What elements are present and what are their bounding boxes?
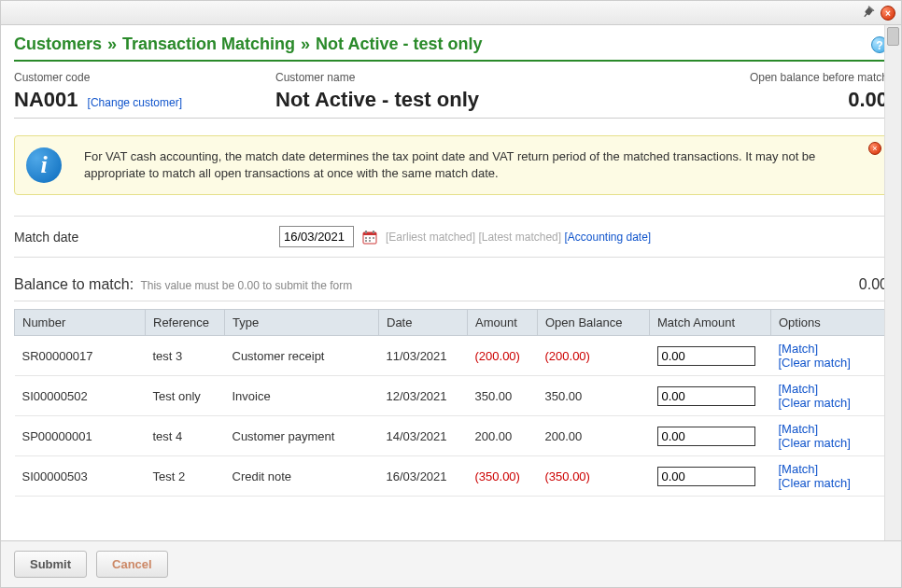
cell-reference: test 3 (146, 336, 225, 376)
clear-match-link[interactable]: [Clear match] (779, 396, 851, 410)
cell-options: [Match] [Clear match] (771, 376, 888, 416)
match-link[interactable]: [Match] (779, 382, 819, 396)
cell-type: Credit note (225, 456, 379, 497)
cell-number: SI00000503 (15, 456, 146, 497)
col-type[interactable]: Type (225, 310, 379, 336)
cell-match-amount (650, 336, 771, 376)
table-row: SI00000503Test 2Credit note16/03/2021(35… (15, 456, 888, 497)
transactions-table: Number Reference Type Date Amount Open B… (14, 309, 888, 497)
customer-name-value: Not Active - test only (275, 88, 683, 112)
breadcrumb-sep: » (301, 35, 310, 54)
balance-to-match-hint: This value must be 0.00 to submit the fo… (140, 279, 352, 292)
open-balance-value: 0.00 (683, 88, 888, 112)
cell-open-balance: 350.00 (538, 376, 650, 416)
breadcrumb-level1[interactable]: Customers (14, 35, 102, 54)
cell-date: 12/03/2021 (379, 376, 468, 416)
change-customer-link[interactable]: [Change customer] (88, 96, 182, 109)
col-match-amount[interactable]: Match Amount (650, 310, 771, 336)
cell-options: [Match] [Clear match] (771, 336, 888, 376)
cell-reference: Test 2 (146, 456, 225, 497)
latest-matched-link[interactable]: [Latest matched] (478, 231, 561, 244)
match-link[interactable]: [Match] (779, 462, 819, 476)
cell-amount: 200.00 (468, 416, 538, 456)
clear-match-link[interactable]: [Clear match] (779, 476, 851, 490)
table-row: SI00000502Test onlyInvoice12/03/2021350.… (15, 376, 888, 416)
cell-open-balance: (350.00) (538, 456, 650, 497)
svg-rect-7 (365, 237, 367, 239)
cell-open-balance: (200.00) (538, 336, 650, 376)
table-row: SR00000017test 3Customer receipt11/03/20… (15, 336, 888, 376)
table-row: SP00000001test 4Customer payment14/03/20… (15, 416, 888, 456)
cell-amount: 350.00 (468, 376, 538, 416)
calendar-icon[interactable] (361, 229, 378, 245)
match-date-input[interactable] (279, 226, 354, 247)
breadcrumb-level2[interactable]: Transaction Matching (122, 35, 295, 54)
svg-rect-5 (365, 231, 367, 233)
breadcrumb: Customers » Transaction Matching » Not A… (14, 35, 888, 62)
cell-options: [Match] [Clear match] (771, 416, 888, 456)
svg-rect-11 (369, 240, 371, 242)
earliest-matched-link[interactable]: [Earliest matched] (386, 231, 475, 244)
match-amount-input[interactable] (657, 386, 755, 406)
cell-number: SI00000502 (15, 376, 146, 416)
submit-button[interactable]: Submit (14, 551, 87, 578)
cell-open-balance: 200.00 (538, 416, 650, 456)
window-close-button[interactable]: × (881, 6, 895, 21)
cell-type: Customer receipt (225, 336, 379, 376)
col-amount[interactable]: Amount (468, 310, 538, 336)
cell-date: 14/03/2021 (379, 416, 468, 456)
svg-rect-6 (373, 231, 374, 233)
cell-date: 16/03/2021 (379, 456, 468, 497)
clear-match-link[interactable]: [Clear match] (779, 436, 851, 450)
col-reference[interactable]: Reference (146, 310, 225, 336)
customer-code-value: NA001 [Change customer] (14, 88, 275, 112)
cell-date: 11/03/2021 (379, 336, 468, 376)
customer-code-label: Customer code (14, 71, 275, 84)
cell-reference: test 4 (146, 416, 225, 456)
cell-amount: (350.00) (468, 456, 538, 497)
col-number[interactable]: Number (15, 310, 146, 336)
breadcrumb-sep: » (107, 35, 117, 54)
cell-options: [Match] [Clear match] (771, 456, 888, 497)
cell-type: Invoice (225, 376, 379, 416)
clear-match-link[interactable]: [Clear match] (779, 356, 851, 370)
cell-type: Customer payment (225, 416, 379, 456)
info-text: For VAT cash accounting, the match date … (84, 148, 872, 182)
cell-match-amount (650, 376, 771, 416)
col-options[interactable]: Options (771, 310, 888, 336)
match-amount-input[interactable] (657, 346, 755, 366)
svg-rect-8 (369, 237, 371, 239)
footer: Submit Cancel (1, 540, 901, 587)
cell-reference: Test only (146, 376, 225, 416)
match-amount-input[interactable] (657, 427, 755, 446)
cell-number: SR00000017 (15, 336, 146, 376)
match-link[interactable]: [Match] (779, 342, 819, 356)
cancel-button[interactable]: Cancel (96, 551, 168, 578)
cell-number: SP00000001 (15, 416, 146, 456)
pin-icon[interactable] (860, 6, 875, 21)
svg-rect-10 (365, 240, 367, 242)
window-titlebar: × (1, 1, 901, 25)
match-link[interactable]: [Match] (779, 422, 819, 436)
match-amount-input[interactable] (657, 467, 755, 486)
scrollbar-thumb[interactable] (887, 27, 899, 46)
match-date-label: Match date (14, 230, 272, 245)
col-date[interactable]: Date (379, 310, 468, 336)
info-box: × i For VAT cash accounting, the match d… (14, 135, 888, 195)
balance-to-match-label: Balance to match: (14, 276, 134, 292)
cell-match-amount (650, 416, 771, 456)
col-open-balance[interactable]: Open Balance (538, 310, 650, 336)
scrollbar[interactable] (884, 25, 901, 540)
svg-rect-1 (864, 12, 867, 17)
open-balance-label: Open balance before match (683, 71, 888, 84)
cell-match-amount (650, 456, 771, 497)
info-close-button[interactable]: × (868, 142, 881, 155)
customer-name-label: Customer name (275, 71, 683, 84)
cell-amount: (200.00) (468, 336, 538, 376)
svg-rect-9 (373, 237, 374, 239)
accounting-date-link[interactable]: [Accounting date] (564, 231, 651, 244)
info-icon: i (26, 147, 62, 183)
breadcrumb-level3: Not Active - test only (316, 35, 482, 54)
